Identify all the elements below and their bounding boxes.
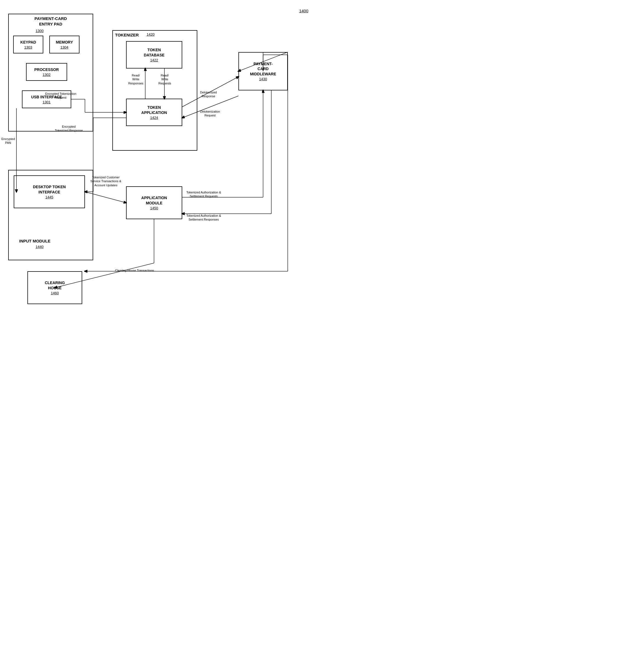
- application-module-id: 1450: [150, 206, 158, 210]
- keypad-id: 1303: [24, 45, 32, 49]
- processor-label: PROCESSOR: [34, 67, 59, 72]
- usb-interface-id: 1301: [43, 100, 51, 104]
- processor-box: PROCESSOR 1302: [26, 63, 67, 81]
- processor-id: 1302: [43, 73, 51, 77]
- keypad-label: KEYPAD: [20, 40, 36, 45]
- read-write-responses-label: Read/WriteResponses: [128, 73, 143, 85]
- detokenized-response-label: DetokenizedResponse: [200, 90, 217, 98]
- clearing-house-label: CLEARINGHOUSE: [45, 280, 65, 290]
- tokenizer-id: 1420: [146, 32, 155, 37]
- memory-box: MEMORY 1304: [49, 36, 79, 53]
- encrypted-tokenized-response-label: EncryptedTokenized Response: [55, 125, 83, 133]
- token-application-id: 1424: [150, 116, 158, 120]
- diagram: 1400 PAYMENT-CARDENTRY PAD 1300 KEYPAD 1…: [0, 0, 322, 329]
- clearing-house-box: CLEARINGHOUSE 1460: [27, 271, 82, 304]
- keypad-box: KEYPAD 1303: [13, 36, 43, 53]
- token-database-id: 1422: [150, 58, 158, 62]
- payment-card-middleware-box: PAYMENT-CARDMIDDLEWARE 1430: [238, 52, 288, 90]
- ref-number: 1400: [299, 8, 308, 14]
- desktop-token-interface-label: DESKTOP TOKENINTERFACE: [33, 184, 66, 194]
- read-write-requests-label: Read/WriteRequests: [158, 73, 171, 85]
- memory-label: MEMORY: [56, 40, 73, 45]
- desktop-token-interface-box: DESKTOP TOKENINTERFACE 1445: [14, 175, 85, 208]
- token-database-box: TOKENDATABASE 1422: [126, 41, 182, 69]
- token-application-label: TOKENAPPLICATION: [141, 105, 167, 115]
- payment-card-middleware-label: PAYMENT-CARDMIDDLEWARE: [250, 61, 276, 76]
- payment-card-entry-pad-id: 1300: [36, 29, 44, 33]
- tokenized-auth-settlement-req-label: Tokenized Authorization &Settlement Requ…: [186, 190, 221, 198]
- application-module-box: APPLICATIONMODULE 1450: [126, 186, 182, 219]
- application-module-label: APPLICATIONMODULE: [141, 195, 167, 205]
- input-module-id: 1440: [36, 245, 44, 249]
- clearing-house-id: 1460: [51, 291, 59, 295]
- memory-id: 1304: [61, 45, 69, 49]
- tokenized-auth-settlement-resp-label: Tokenized Authorization &Settlement Resp…: [186, 214, 221, 221]
- payment-card-entry-pad-label: PAYMENT-CARDENTRY PAD: [15, 16, 86, 27]
- tokenized-customer-service-label: Tokenized CustomerService Transactions &…: [90, 175, 121, 187]
- desktop-token-interface-id: 1445: [45, 195, 53, 199]
- encrypted-tokenization-request-label: Encrypted TokenizationRequest: [45, 92, 76, 100]
- input-module-label: INPUT MODULE: [19, 238, 50, 244]
- encrypted-pan-label: EncryptedPAN: [1, 137, 15, 145]
- token-database-label: TOKENDATABASE: [144, 47, 165, 57]
- token-application-box: TOKENAPPLICATION 1424: [126, 99, 182, 126]
- detokenization-request-label: DetokenizationRequest: [200, 110, 220, 118]
- clearing-house-transactions-label: Clearing-House Transactions: [115, 268, 154, 272]
- tokenizer-label: TOKENIZER: [115, 32, 139, 38]
- payment-card-middleware-id: 1430: [259, 77, 267, 81]
